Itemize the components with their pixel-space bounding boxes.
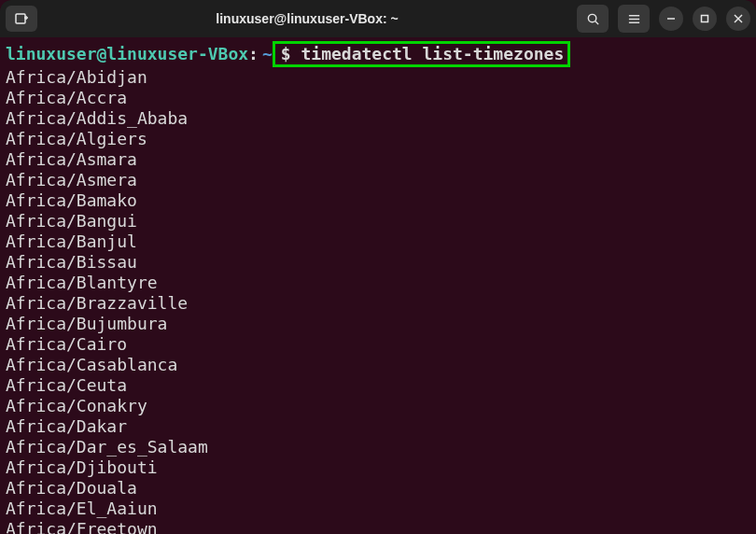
output-line: Africa/Bujumbura <box>6 314 750 334</box>
titlebar: linuxuser@linuxuser-VBox: ~ <box>0 0 756 37</box>
close-button[interactable] <box>726 7 750 31</box>
search-icon <box>586 12 600 26</box>
terminal-content[interactable]: linuxuser@linuxuser-VBox: ~ $ timedatect… <box>0 37 756 534</box>
output-line: Africa/Asmera <box>6 170 750 190</box>
output-line: Africa/Bangui <box>6 211 750 232</box>
maximize-button[interactable] <box>693 7 717 31</box>
minimize-icon <box>666 14 676 23</box>
command-text: timedatectl list-timezones <box>301 44 564 63</box>
output-line: Africa/Ceuta <box>6 375 750 396</box>
maximize-icon <box>700 14 709 23</box>
svg-rect-9 <box>702 16 708 22</box>
output-line: Africa/Bamako <box>6 190 750 211</box>
hamburger-icon <box>627 12 641 26</box>
output-line: Africa/Cairo <box>6 334 750 355</box>
output-line: Africa/Dar_es_Salaam <box>6 437 750 457</box>
output-line: Africa/Abidjan <box>6 67 750 88</box>
prompt-path: ~ <box>262 44 273 64</box>
prompt-user: linuxuser@linuxuser-VBox <box>6 44 248 64</box>
output-line: Africa/Casablanca <box>6 355 750 375</box>
output-line: Africa/Conakry <box>6 396 750 416</box>
command-highlight: $ timedatectl list-timezones <box>273 41 570 67</box>
svg-line-4 <box>595 21 597 23</box>
prompt-line: linuxuser@linuxuser-VBox: ~ $ timedatect… <box>6 41 750 67</box>
output-line: Africa/Brazzaville <box>6 293 750 314</box>
window-title: linuxuser@linuxuser-VBox: ~ <box>37 11 577 26</box>
menu-button[interactable] <box>618 5 650 33</box>
output-container: Africa/AbidjanAfrica/AccraAfrica/Addis_A… <box>6 67 750 534</box>
new-tab-icon <box>14 11 29 26</box>
output-line: Africa/Accra <box>6 88 750 108</box>
output-line: Africa/Banjul <box>6 232 750 252</box>
titlebar-left <box>6 6 37 32</box>
close-icon <box>734 14 743 23</box>
output-line: Africa/Bissau <box>6 252 750 273</box>
output-line: Africa/Douala <box>6 478 750 499</box>
prompt-dollar: $ <box>281 44 301 63</box>
output-line: Africa/Blantyre <box>6 273 750 293</box>
output-line: Africa/Asmara <box>6 149 750 170</box>
output-line: Africa/Djibouti <box>6 457 750 478</box>
output-line: Africa/Addis_Ababa <box>6 108 750 129</box>
search-button[interactable] <box>577 5 609 33</box>
svg-point-3 <box>588 14 595 21</box>
output-line: Africa/Algiers <box>6 129 750 149</box>
prompt-colon: : <box>248 44 259 64</box>
titlebar-right <box>577 5 750 33</box>
new-tab-button[interactable] <box>6 6 37 32</box>
svg-rect-0 <box>16 14 25 23</box>
output-line: Africa/Dakar <box>6 416 750 437</box>
output-line: Africa/Freetown <box>6 519 750 534</box>
output-line: Africa/El_Aaiun <box>6 499 750 519</box>
minimize-button[interactable] <box>659 7 683 31</box>
